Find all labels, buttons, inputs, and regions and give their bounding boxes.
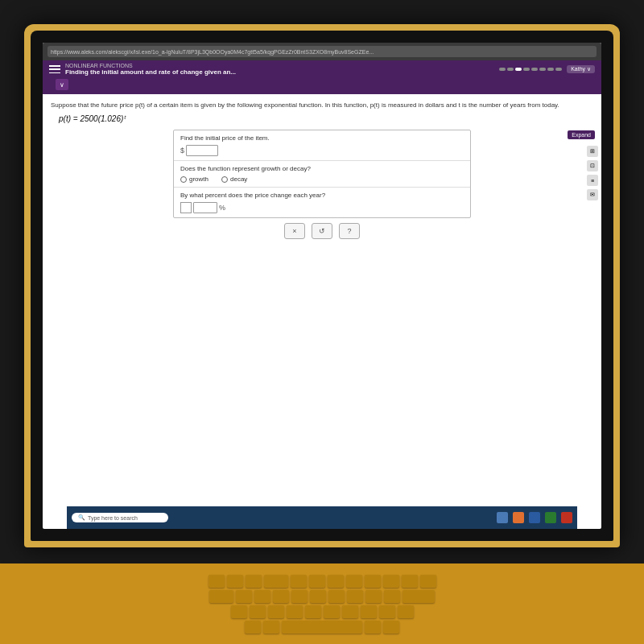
percent-input-wrap: %	[180, 202, 464, 213]
q1-label: Find the initial price of the item.	[180, 134, 464, 142]
q3-section: By what percent does the price change ea…	[174, 188, 470, 217]
taskbar-search[interactable]: 🔍 Type here to search	[72, 513, 168, 522]
key	[402, 575, 418, 588]
q1-input-field: $	[180, 145, 464, 156]
url-text: https://www.aleks.com/alekscgi/x/Isl.exe…	[51, 49, 374, 55]
taskbar: 🔍 Type here to search	[67, 506, 577, 529]
key	[250, 605, 266, 618]
key	[365, 621, 381, 634]
dollar-sign: $	[180, 147, 184, 155]
question-box: Find the initial price of the item. $ Do…	[173, 130, 471, 218]
user-badge[interactable]: Kathy ∨	[567, 65, 595, 73]
key	[324, 605, 340, 618]
info-icon[interactable]: ≡	[587, 175, 598, 186]
key	[420, 575, 436, 588]
key	[402, 590, 435, 603]
mail-icon[interactable]: ✉	[587, 189, 598, 200]
key	[227, 575, 243, 588]
dot-5	[531, 68, 538, 71]
taskbar-icon-excel[interactable]	[545, 512, 556, 523]
decay-option[interactable]: decay	[221, 175, 247, 183]
app-header: NONLINEAR FUNCTIONS Finding the initial …	[43, 60, 601, 94]
content-wrapper: Expand ⊞ ⊡ ≡ ✉ Suppose that the future p…	[43, 94, 601, 529]
key	[273, 590, 289, 603]
screen: https://www.aleks.com/alekscgi/x/Isl.exe…	[43, 43, 601, 529]
key	[398, 605, 414, 618]
key-row-spacebar	[245, 621, 399, 634]
key	[383, 575, 399, 588]
growth-decay-group: growth decay	[180, 175, 464, 183]
key-row-3	[231, 605, 414, 618]
q1-section: Find the initial price of the item. $	[174, 130, 470, 161]
key	[383, 621, 399, 634]
key	[263, 621, 279, 634]
key	[245, 621, 261, 634]
taskbar-icon-powerpoint[interactable]	[561, 512, 572, 523]
image-icon[interactable]: ⊡	[587, 160, 598, 171]
key-row-2	[209, 590, 435, 603]
search-icon: 🔍	[78, 514, 85, 521]
expand-button[interactable]: Expand	[568, 130, 595, 139]
hamburger-menu[interactable]	[49, 65, 60, 73]
key	[346, 575, 362, 588]
dot-2	[507, 68, 514, 71]
percent-sign: %	[219, 204, 225, 212]
key	[365, 575, 381, 588]
key	[384, 590, 400, 603]
taskbar-icon-explorer[interactable]	[529, 512, 540, 523]
formula-display: p(t) = 2500(1.026)ᵗ	[51, 114, 593, 123]
key	[291, 590, 308, 603]
address-bar[interactable]: https://www.aleks.com/alekscgi/x/Isl.exe…	[47, 46, 597, 57]
problem-intro: Suppose that the future price p(t) of a …	[51, 101, 593, 109]
taskbar-icon-browser[interactable]	[513, 512, 524, 523]
dot-3	[515, 68, 522, 71]
key	[309, 575, 325, 588]
dot-6	[539, 68, 546, 71]
dropdown-area: ∨	[49, 77, 595, 92]
q2-label: Does the function represent growth or de…	[180, 165, 464, 172]
key	[365, 590, 382, 603]
main-content: Suppose that the future price p(t) of a …	[43, 94, 601, 246]
bookmark-icon[interactable]: ⊞	[587, 146, 598, 157]
key	[328, 590, 345, 603]
keyboard-area	[0, 564, 644, 644]
dot-7	[547, 68, 554, 71]
decay-label: decay	[230, 175, 247, 183]
key	[342, 605, 358, 618]
clear-button[interactable]: ×	[284, 223, 305, 239]
percent-input[interactable]	[193, 202, 217, 213]
spacebar	[282, 621, 362, 634]
q3-label: By what percent does the price change ea…	[180, 192, 464, 199]
key	[291, 575, 307, 588]
key	[379, 605, 395, 618]
taskbar-icon-windows[interactable]	[497, 512, 508, 523]
taskbar-icons	[497, 512, 572, 523]
search-placeholder-text: Type here to search	[88, 515, 138, 521]
key	[254, 590, 270, 603]
dot-8	[555, 68, 562, 71]
page-title: Finding the initial amount and rate of c…	[65, 68, 236, 76]
undo-button[interactable]: ↺	[312, 223, 332, 239]
decay-radio[interactable]	[221, 176, 228, 183]
dot-1	[499, 68, 506, 71]
key	[264, 575, 288, 588]
progress-dots	[499, 68, 562, 71]
key	[231, 605, 247, 618]
initial-price-input[interactable]	[186, 145, 218, 156]
key	[287, 605, 303, 618]
growth-label: growth	[189, 175, 208, 183]
user-name: Kathy	[571, 66, 585, 72]
key	[347, 590, 363, 603]
growth-option[interactable]: growth	[180, 175, 208, 183]
key	[305, 605, 321, 618]
key-row-1	[208, 575, 436, 588]
dropdown-chevron[interactable]: ∨	[56, 79, 68, 90]
screen-bezel: https://www.aleks.com/alekscgi/x/Isl.exe…	[31, 31, 613, 541]
help-button[interactable]: ?	[339, 223, 360, 239]
key	[209, 590, 233, 603]
category-label: NONLINEAR FUNCTIONS	[65, 63, 236, 68]
key	[208, 575, 225, 588]
key	[310, 590, 326, 603]
growth-radio[interactable]	[180, 176, 187, 183]
key	[328, 575, 344, 588]
